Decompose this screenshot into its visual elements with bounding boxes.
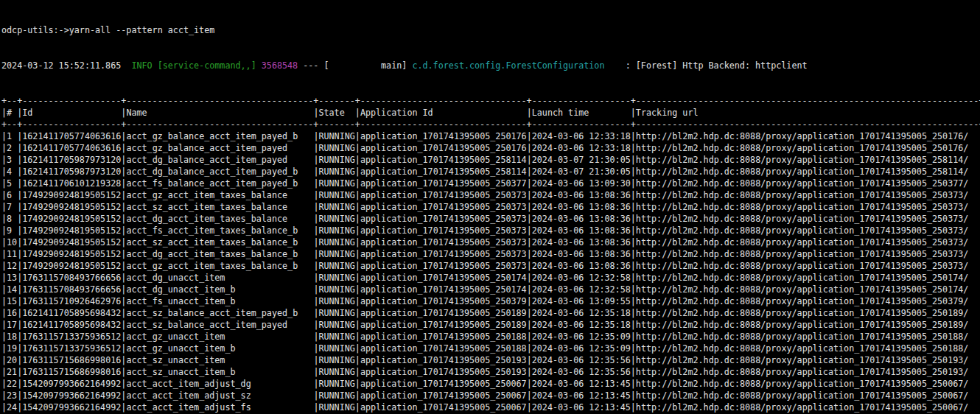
row-number-cell: 13	[7, 273, 17, 283]
column-header-state: State	[318, 108, 354, 118]
terminal-window[interactable]: odcp-utils:->yarn-all --pattern acct_ite…	[0, 0, 980, 414]
tracking-url-cell[interactable]: http://bl2m2.hdp.dc:8088/proxy/applicati…	[636, 273, 979, 283]
table-row: |9 |1749290924819505152|acct_fs_acct_ite…	[1, 225, 980, 236]
tracking-url-cell[interactable]: http://bl2m2.hdp.dc:8088/proxy/applicati…	[636, 331, 979, 342]
cell-separator: |	[527, 367, 532, 377]
cell-separator: |	[1, 355, 7, 365]
row-number-cell: 11	[7, 249, 17, 259]
name-cell: acct_gz_unacct_item	[126, 331, 313, 342]
log-app-context: [service-command,,]	[158, 60, 262, 71]
name-cell: acct_acct_item_adjust_dg	[126, 379, 313, 389]
tracking-url-cell[interactable]: http://bl2m2.hdp.dc:8088/proxy/applicati…	[636, 143, 979, 153]
tracking-url-cell[interactable]: http://bl2m2.hdp.dc:8088/proxy/applicati…	[636, 296, 979, 306]
cell-separator: |	[355, 131, 360, 141]
state-cell: RUNNING	[318, 367, 354, 377]
name-cell: acct_sz_balance_acct_item_payed	[126, 320, 313, 330]
cell-separator: |	[1, 237, 7, 248]
tracking-url-cell[interactable]: http://bl2m2.hdp.dc:8088/proxy/applicati…	[636, 178, 979, 189]
cell-separator: |	[355, 261, 360, 271]
tracking-url-cell[interactable]: http://bl2m2.hdp.dc:8088/proxy/applicati…	[636, 131, 979, 141]
id-cell: 1749290924819505152	[22, 237, 121, 248]
id-cell: 1749290924819505152	[22, 261, 121, 271]
cell-separator: |	[527, 355, 532, 365]
cell-separator: |	[631, 343, 636, 354]
cell-separator: |	[527, 225, 532, 236]
cell-separator: |	[527, 273, 532, 283]
tracking-url-cell[interactable]: http://bl2m2.hdp.dc:8088/proxy/applicati…	[636, 402, 979, 413]
tracking-url-cell[interactable]: http://bl2m2.hdp.dc:8088/proxy/applicati…	[636, 261, 979, 271]
row-number-cell: 23	[7, 390, 17, 401]
id-cell: 1763115710926462976	[22, 296, 121, 306]
state-cell: RUNNING	[318, 131, 354, 141]
id-cell: 1542097993662164992	[22, 379, 121, 389]
launch-time-cell: 2024-03-06 13:08:36	[532, 214, 631, 224]
tracking-url-cell[interactable]: http://bl2m2.hdp.dc:8088/proxy/applicati…	[636, 237, 979, 248]
cell-separator: |	[1, 202, 7, 212]
table-row: |12|1749290924819505152|acct_gz_acct_ite…	[1, 260, 980, 272]
application-id-cell: application_1701741395005_258114	[360, 155, 527, 165]
cell-separator: |	[527, 343, 532, 354]
launch-time-cell: 2024-03-06 13:08:36	[532, 225, 631, 236]
cell-separator: |	[527, 155, 532, 165]
cell-separator: |	[1, 261, 7, 271]
cell-separator: |	[527, 261, 532, 271]
cell-separator: |	[355, 320, 360, 330]
name-cell: acct_gz_acct_item_taxes_balance_b	[126, 261, 313, 271]
state-cell: RUNNING	[318, 331, 354, 342]
cell-separator: |	[527, 108, 532, 118]
cell-separator: |	[631, 331, 636, 342]
table-row: |13|1763115708493766656|acct_dg_unacct_i…	[1, 272, 980, 284]
tracking-url-cell[interactable]: http://bl2m2.hdp.dc:8088/proxy/applicati…	[636, 308, 979, 318]
table-row: |10|1749290924819505152|acct_sz_acct_ite…	[1, 236, 980, 248]
column-header-id: Id	[22, 108, 121, 118]
tracking-url-cell[interactable]: http://bl2m2.hdp.dc:8088/proxy/applicati…	[636, 320, 979, 330]
state-cell: RUNNING	[318, 296, 354, 306]
cell-separator: |	[527, 331, 532, 342]
table-row: |18|1763115713375936512|acct_gz_unacct_i…	[1, 331, 980, 343]
tracking-url-cell[interactable]: http://bl2m2.hdp.dc:8088/proxy/applicati…	[636, 367, 979, 377]
launch-time-cell: 2024-03-06 12:13:45	[532, 402, 631, 413]
cell-separator: |	[527, 284, 532, 295]
state-cell: RUNNING	[318, 308, 354, 318]
launch-time-cell: 2024-03-06 13:08:36	[532, 249, 631, 259]
tracking-url-cell[interactable]: http://bl2m2.hdp.dc:8088/proxy/applicati…	[636, 166, 979, 177]
cell-separator: |	[631, 108, 636, 118]
state-cell: RUNNING	[318, 237, 354, 248]
tracking-url-cell[interactable]: http://bl2m2.hdp.dc:8088/proxy/applicati…	[636, 355, 979, 365]
launch-time-cell: 2024-03-06 12:35:18	[532, 320, 631, 330]
cell-separator: |	[355, 308, 360, 318]
tracking-url-cell[interactable]: http://bl2m2.hdp.dc:8088/proxy/applicati…	[636, 249, 979, 259]
tracking-url-cell[interactable]: http://bl2m2.hdp.dc:8088/proxy/applicati…	[636, 225, 979, 236]
name-cell: acct_gz_unacct_item_b	[126, 343, 313, 354]
tracking-url-cell[interactable]: http://bl2m2.hdp.dc:8088/proxy/applicati…	[636, 202, 979, 212]
tracking-url-cell[interactable]: http://bl2m2.hdp.dc:8088/proxy/applicati…	[636, 190, 979, 200]
row-number-cell: 9	[7, 225, 17, 236]
cell-separator: |	[527, 402, 532, 413]
prompt-line: odcp-utils:->yarn-all --pattern acct_ite…	[1, 24, 980, 36]
log-message: : [Forest] Http Backend: httpclient	[604, 60, 807, 71]
launch-time-cell: 2024-03-06 12:32:58	[532, 273, 631, 283]
tracking-url-cell[interactable]: http://bl2m2.hdp.dc:8088/proxy/applicati…	[636, 284, 979, 295]
id-cell: 1621411705774063616	[22, 131, 121, 141]
log-line: 2024-03-12 15:52:11.865 INFO [service-co…	[1, 60, 980, 71]
tracking-url-cell[interactable]: http://bl2m2.hdp.dc:8088/proxy/applicati…	[636, 390, 979, 401]
tracking-url-cell[interactable]: http://bl2m2.hdp.dc:8088/proxy/applicati…	[636, 379, 979, 389]
state-cell: RUNNING	[318, 155, 354, 165]
cell-separator: |	[355, 402, 360, 413]
cell-separator: |	[355, 190, 360, 200]
tracking-url-cell[interactable]: http://bl2m2.hdp.dc:8088/proxy/applicati…	[636, 343, 979, 354]
cell-separator: |	[1, 225, 7, 236]
cell-separator: |	[631, 178, 636, 189]
state-cell: RUNNING	[318, 379, 354, 389]
tracking-url-cell[interactable]: http://bl2m2.hdp.dc:8088/proxy/applicati…	[636, 214, 979, 224]
state-cell: RUNNING	[318, 202, 354, 212]
application-id-cell: application_1701741395005_250174	[360, 284, 527, 295]
id-cell: 1621411705774063616	[22, 143, 121, 153]
name-cell: acct_dg_acct_item_taxes_balance	[126, 214, 313, 224]
cell-separator: |	[355, 249, 360, 259]
cell-separator: |	[1, 331, 7, 342]
column-header-number: #	[7, 108, 17, 118]
tracking-url-cell[interactable]: http://bl2m2.hdp.dc:8088/proxy/applicati…	[636, 155, 979, 165]
cell-separator: |	[355, 237, 360, 248]
cell-separator: |	[355, 284, 360, 295]
